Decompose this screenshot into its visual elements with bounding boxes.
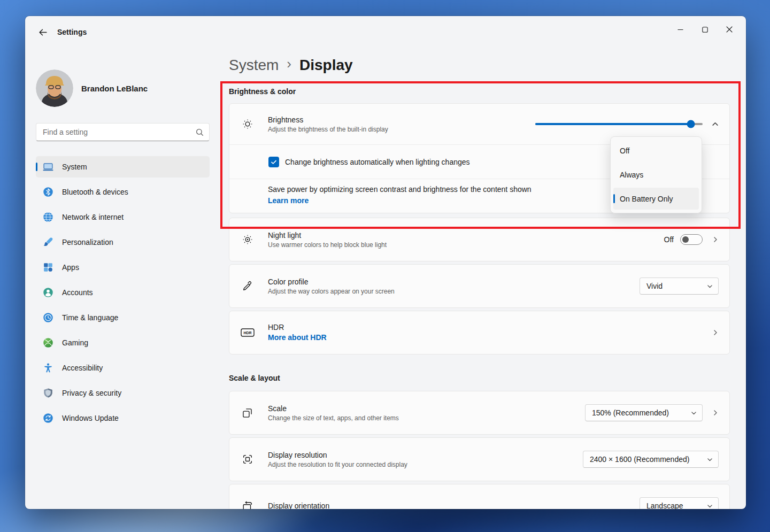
hdr-icon: HDR xyxy=(241,327,255,338)
display-resolution-dropdown[interactable]: 2400 × 1600 (Recommended) xyxy=(583,451,719,468)
scale-description: Change the size of text, apps, and other… xyxy=(268,414,585,422)
auto-brightness-label: Change brightness automatically when lig… xyxy=(285,158,470,166)
accounts-icon xyxy=(43,287,53,298)
sidebar-item-accessibility[interactable]: Accessibility xyxy=(36,357,210,379)
user-profile[interactable]: Brandon LeBlanc xyxy=(36,70,210,107)
display-orientation-card: Display orientation Landscape xyxy=(229,484,730,509)
search-input[interactable] xyxy=(43,128,196,136)
night-light-icon xyxy=(241,234,255,245)
back-arrow-icon xyxy=(38,28,48,37)
slider-fill xyxy=(535,123,691,125)
color-profile-dropdown[interactable]: Vivid xyxy=(640,277,719,295)
sidebar-item-apps[interactable]: Apps xyxy=(36,257,210,278)
flyout-option-always[interactable]: Always xyxy=(613,164,699,186)
close-button[interactable] xyxy=(717,19,742,40)
display-resolution-description: Adjust the resolution to fit your connec… xyxy=(268,461,583,468)
window-controls xyxy=(668,19,742,40)
system-icon xyxy=(43,161,53,172)
windows-update-icon xyxy=(43,413,53,423)
display-resolution-value: 2400 × 1600 (Recommended) xyxy=(590,455,689,464)
chevron-right-icon[interactable] xyxy=(712,329,719,336)
breadcrumb-system[interactable]: System xyxy=(229,57,279,74)
scale-card[interactable]: Scale Change the size of text, apps, and… xyxy=(229,391,730,435)
back-button[interactable] xyxy=(34,24,52,41)
privacy-security-icon xyxy=(43,388,53,398)
hdr-card[interactable]: HDR HDR More about HDR xyxy=(229,311,730,354)
sidebar-item-label: Gaming xyxy=(62,338,88,347)
accessibility-icon xyxy=(43,363,53,373)
minimize-icon xyxy=(677,27,683,33)
sidebar-item-accounts[interactable]: Accounts xyxy=(36,282,210,303)
slider-knob[interactable] xyxy=(687,120,695,128)
sidebar-item-label: Bluetooth & devices xyxy=(62,188,128,196)
night-light-state: Off xyxy=(664,235,674,244)
display-resolution-icon xyxy=(241,453,255,465)
display-orientation-dropdown[interactable]: Landscape xyxy=(640,497,719,509)
sidebar-item-network-internet[interactable]: Network & internet xyxy=(36,206,210,228)
flyout-option-label: Always xyxy=(620,171,643,179)
sidebar-item-bluetooth-devices[interactable]: Bluetooth & devices xyxy=(36,181,210,203)
window-title: Settings xyxy=(57,28,87,36)
sidebar-item-label: Apps xyxy=(62,263,79,272)
brightness-sun-icon xyxy=(241,118,255,130)
selection-accent-bar xyxy=(613,194,615,203)
sidebar-item-label: Personalization xyxy=(62,238,113,246)
bluetooth-icon xyxy=(43,187,53,197)
breadcrumb: System › Display xyxy=(229,56,730,74)
flyout-option-on-battery-only[interactable]: On Battery Only xyxy=(613,188,699,210)
avatar xyxy=(36,70,73,107)
night-light-description: Use warmer colors to help block blue lig… xyxy=(268,241,664,249)
scale-icon xyxy=(241,407,255,419)
sidebar-item-windows-update[interactable]: Windows Update xyxy=(36,407,210,429)
sidebar-nav: System Bluetooth & devices Network & int… xyxy=(36,156,210,429)
main-content: System › Display Brightness & color Brig… xyxy=(229,48,730,509)
svg-text:HDR: HDR xyxy=(243,331,251,335)
night-light-toggle[interactable] xyxy=(680,234,703,245)
sidebar-item-label: Time & language xyxy=(62,313,118,322)
more-about-hdr-link[interactable]: More about HDR xyxy=(268,333,327,342)
flyout-option-label: Off xyxy=(620,147,629,155)
slider-track[interactable] xyxy=(535,123,703,125)
section-header-brightness-color: Brightness & color xyxy=(229,87,730,99)
sidebar-item-privacy-security[interactable]: Privacy & security xyxy=(36,382,210,404)
color-profile-card: Color profile Adjust the way colors appe… xyxy=(229,264,730,308)
learn-more-link[interactable]: Learn more xyxy=(268,196,309,205)
auto-brightness-flyout-menu: Off Always On Battery Only xyxy=(610,136,702,213)
minimize-button[interactable] xyxy=(668,19,692,40)
sidebar-item-label: Windows Update xyxy=(62,414,119,422)
hdr-title: HDR xyxy=(268,323,703,331)
checkmark-icon xyxy=(271,159,277,165)
auto-brightness-checkbox[interactable] xyxy=(268,157,279,167)
section-header-scale-layout: Scale & layout xyxy=(229,374,730,385)
sidebar-item-personalization[interactable]: Personalization xyxy=(36,232,210,253)
sidebar-item-time-language[interactable]: Time & language xyxy=(36,307,210,328)
night-light-title: Night light xyxy=(268,231,664,240)
sidebar: Brandon LeBlanc System Bluetooth & devic… xyxy=(36,48,210,509)
color-profile-title: Color profile xyxy=(268,277,640,286)
sidebar-item-label: Accessibility xyxy=(62,364,103,372)
flyout-option-off[interactable]: Off xyxy=(613,140,699,161)
eyedropper-icon xyxy=(241,280,255,292)
sidebar-item-label: Accounts xyxy=(62,288,93,297)
breadcrumb-separator-icon: › xyxy=(287,56,291,72)
chevron-up-icon[interactable] xyxy=(711,121,719,128)
search-box[interactable] xyxy=(36,123,210,141)
night-light-card[interactable]: Night light Use warmer colors to help bl… xyxy=(229,218,730,261)
sidebar-item-gaming[interactable]: Gaming xyxy=(36,332,210,353)
scale-title: Scale xyxy=(268,404,585,413)
gaming-icon xyxy=(43,337,53,348)
flyout-option-label: On Battery Only xyxy=(620,195,673,203)
chevron-right-icon[interactable] xyxy=(712,410,719,416)
chevron-down-icon xyxy=(691,410,697,416)
color-profile-description: Adjust the way colors appear on your scr… xyxy=(268,288,640,295)
chevron-right-icon[interactable] xyxy=(712,236,719,243)
chevron-down-icon xyxy=(707,283,713,289)
titlebar: Settings xyxy=(25,16,746,48)
brightness-slider[interactable] xyxy=(535,119,703,129)
sidebar-item-label: Privacy & security xyxy=(62,389,121,397)
scale-dropdown[interactable]: 150% (Recommended) xyxy=(585,404,703,421)
sidebar-item-label: System xyxy=(62,163,87,171)
sidebar-item-system[interactable]: System xyxy=(36,156,210,178)
display-orientation-value: Landscape xyxy=(646,502,683,509)
maximize-button[interactable] xyxy=(692,19,717,40)
